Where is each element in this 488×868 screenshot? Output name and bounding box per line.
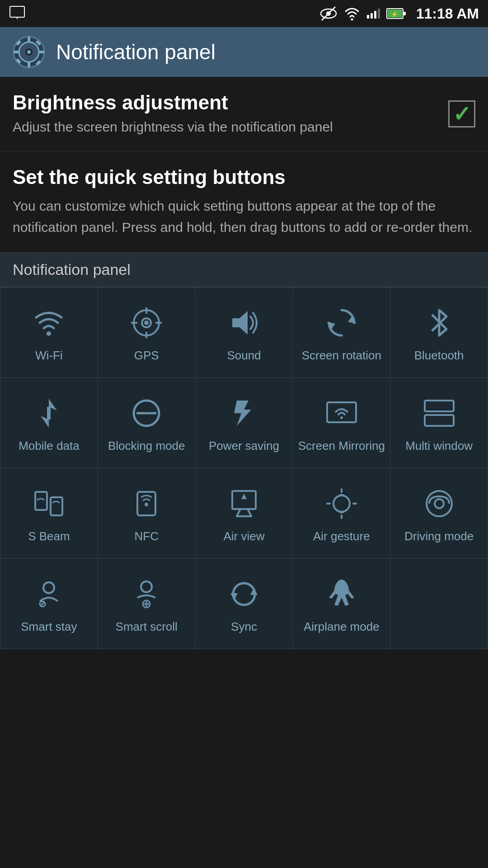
grid-item-s-beam[interactable]: S Beam — [0, 468, 98, 559]
screen-mirroring-label: Screen Mirroring — [298, 439, 385, 454]
gps-icon — [128, 305, 164, 341]
screen-rotation-icon — [324, 305, 360, 341]
mobile-data-icon — [31, 395, 67, 431]
sync-icon — [226, 576, 262, 612]
grid-item-multi-window[interactable]: Multi window — [390, 378, 488, 468]
grid-item-sound[interactable]: Sound — [196, 288, 293, 378]
s-beam-icon — [31, 486, 67, 522]
svg-point-40 — [340, 416, 343, 419]
svg-point-50 — [333, 495, 350, 512]
brightness-description: Adjust the screen brightness via the not… — [13, 118, 439, 137]
grid-item-smart-scroll[interactable]: Smart scroll — [98, 559, 196, 649]
power-saving-icon — [226, 395, 262, 431]
bluetooth-label: Bluetooth — [414, 348, 464, 363]
grid-item-mobile-data[interactable]: Mobile data — [0, 378, 98, 468]
svg-line-55 — [41, 602, 44, 606]
grid-item-blocking-mode[interactable]: Blocking mode — [98, 378, 196, 468]
status-time: 11:18 AM — [416, 5, 479, 22]
grid-item-smart-stay[interactable]: Smart stay — [0, 559, 98, 649]
svg-marker-31 — [232, 311, 248, 335]
brightness-section[interactable]: Brightness adjustment Adjust the screen … — [0, 77, 488, 151]
svg-rect-9 — [403, 12, 406, 15]
status-left-icons — [9, 5, 25, 23]
brightness-checkbox[interactable]: ✓ — [448, 100, 475, 127]
brightness-text: Brightness adjustment Adjust the screen … — [13, 91, 439, 137]
grid-item-air-view[interactable]: Air view — [196, 468, 293, 559]
multi-window-icon — [421, 395, 457, 431]
header: Notification panel — [0, 27, 488, 77]
svg-point-6 — [351, 19, 353, 21]
nfc-label: NFC — [134, 529, 158, 544]
airplane-mode-icon — [324, 576, 360, 612]
airplane-mode-label: Airplane mode — [304, 619, 380, 635]
nfc-icon — [128, 486, 164, 522]
quick-settings-description: You can customize which quick setting bu… — [13, 196, 475, 238]
buttons-grid: Wi-Fi GPS Sound Screen rotation Bluetoot… — [0, 287, 488, 649]
driving-mode-icon — [421, 486, 457, 522]
grid-item-sync[interactable]: Sync — [196, 559, 293, 649]
svg-point-14 — [27, 50, 31, 54]
svg-rect-43 — [35, 492, 47, 510]
grid-item-gps[interactable]: GPS — [98, 288, 196, 378]
smart-scroll-icon — [128, 576, 164, 612]
air-gesture-label: Air gesture — [313, 529, 370, 544]
svg-rect-15 — [28, 37, 30, 42]
power-saving-label: Power saving — [209, 439, 279, 454]
driving-mode-label: Driving mode — [404, 529, 474, 544]
svg-point-56 — [141, 581, 152, 592]
checkmark-icon: ✓ — [453, 101, 471, 127]
grid-item-airplane-mode[interactable]: Airplane mode — [293, 559, 390, 649]
svg-point-23 — [47, 331, 51, 336]
svg-marker-61 — [230, 593, 238, 600]
grid-item-empty — [390, 559, 488, 649]
sync-label: Sync — [231, 619, 257, 635]
eye-icon — [320, 5, 337, 22]
grid-item-screen-mirroring[interactable]: Screen Mirroring — [293, 378, 390, 468]
wifi-icon — [31, 305, 67, 341]
blocking-mode-label: Blocking mode — [108, 439, 185, 454]
svg-point-46 — [145, 503, 148, 506]
quick-settings-title: Set the quick setting buttons — [13, 166, 475, 189]
grid-item-air-gesture[interactable]: Air gesture — [293, 468, 390, 559]
smart-scroll-label: Smart scroll — [116, 619, 178, 635]
air-gesture-icon — [324, 486, 360, 522]
status-bar: ⚡ 11:18 AM — [0, 0, 488, 27]
multi-window-label: Multi window — [405, 439, 473, 454]
grid-item-driving-mode[interactable]: Driving mode — [390, 468, 488, 559]
mobile-data-label: Mobile data — [19, 439, 79, 454]
grid-item-wifi[interactable]: Wi-Fi — [0, 288, 98, 378]
svg-rect-18 — [39, 51, 44, 53]
panel-label: Notification panel — [0, 253, 488, 287]
svg-rect-42 — [425, 415, 454, 426]
svg-rect-41 — [425, 401, 454, 411]
sound-label: Sound — [227, 348, 261, 363]
page-title: Notification panel — [56, 40, 216, 64]
bluetooth-icon — [421, 305, 457, 341]
svg-rect-0 — [10, 6, 24, 17]
svg-rect-44 — [51, 497, 62, 515]
blocking-mode-icon — [128, 395, 164, 431]
grid-item-nfc[interactable]: NFC — [98, 468, 196, 559]
svg-rect-36 — [47, 407, 51, 420]
svg-point-52 — [435, 499, 444, 508]
battery-icon: ⚡ — [386, 7, 406, 20]
gps-label: GPS — [134, 348, 159, 363]
svg-text:⚡: ⚡ — [391, 10, 399, 18]
sound-icon — [226, 305, 262, 341]
svg-rect-16 — [28, 62, 30, 67]
air-view-label: Air view — [223, 529, 264, 544]
quick-settings-section: Set the quick setting buttons You can cu… — [0, 151, 488, 253]
svg-point-30 — [144, 321, 149, 325]
signal-icon — [367, 9, 380, 19]
svg-point-53 — [43, 582, 54, 593]
wifi-status-icon — [343, 5, 361, 22]
grid-item-bluetooth[interactable]: Bluetooth — [390, 288, 488, 378]
grid-item-power-saving[interactable]: Power saving — [196, 378, 293, 468]
svg-point-51 — [427, 491, 452, 516]
smart-stay-icon — [31, 576, 67, 612]
grid-item-screen-rotation[interactable]: Screen rotation — [293, 288, 390, 378]
s-beam-label: S Beam — [28, 529, 70, 544]
smart-stay-label: Smart stay — [21, 619, 77, 635]
svg-rect-17 — [14, 51, 19, 53]
svg-marker-49 — [241, 494, 247, 499]
